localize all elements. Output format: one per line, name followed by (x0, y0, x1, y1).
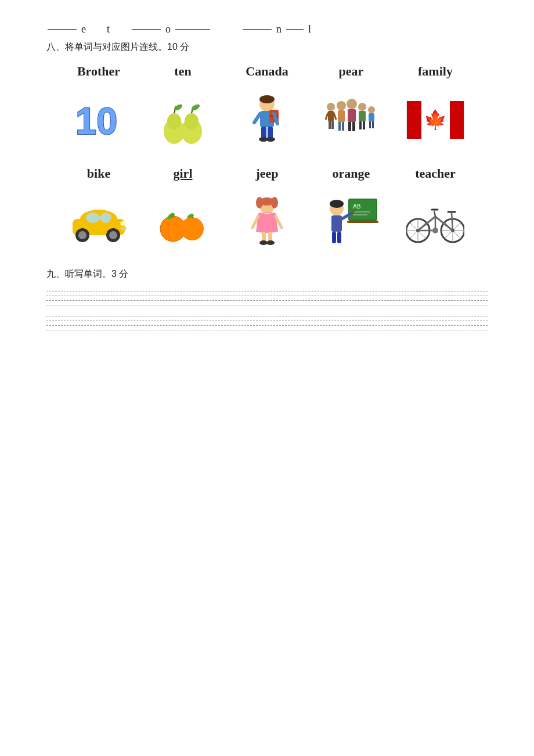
word-orange: orange (311, 166, 392, 181)
word-bike: bike (58, 166, 139, 181)
image-family (311, 91, 392, 149)
bottom-word-row: bike girl jeep orange teacher (46, 166, 488, 181)
letter-l: l (308, 23, 311, 35)
svg-rect-26 (331, 121, 334, 129)
orange-svg (158, 199, 208, 245)
letter-t: t (107, 23, 110, 35)
dashed-line-8 (46, 330, 488, 330)
svg-rect-84 (337, 232, 341, 243)
svg-rect-34 (352, 122, 355, 131)
svg-point-46 (100, 213, 111, 223)
svg-rect-41 (369, 121, 371, 128)
svg-line-24 (334, 113, 336, 120)
image-orange (142, 193, 223, 251)
word-girl: girl (142, 166, 223, 181)
svg-line-19 (254, 114, 260, 123)
svg-point-27 (337, 101, 346, 110)
word-family: family (395, 64, 476, 79)
svg-point-59 (181, 217, 204, 240)
svg-line-103 (452, 213, 453, 231)
svg-rect-38 (363, 121, 365, 129)
image-girl (226, 193, 308, 251)
svg-point-48 (78, 231, 86, 239)
dashed-line-3 (46, 300, 488, 301)
family-svg (325, 95, 377, 145)
image-teacher: AB (311, 193, 392, 251)
svg-rect-25 (329, 121, 331, 129)
svg-point-105 (432, 228, 438, 233)
svg-point-31 (347, 99, 357, 109)
image-ten: 10 10 (58, 91, 139, 149)
svg-rect-80 (331, 215, 342, 232)
svg-point-50 (109, 231, 117, 239)
svg-point-45 (86, 213, 100, 223)
svg-point-70 (259, 240, 268, 245)
word-pear: pear (311, 64, 392, 79)
dashed-line-5 (46, 316, 488, 316)
svg-rect-83 (332, 232, 336, 243)
word-brother: Brother (58, 64, 139, 79)
ten-svg: 10 10 (73, 96, 125, 143)
svg-point-18 (266, 137, 275, 142)
svg-rect-37 (359, 121, 362, 129)
svg-point-39 (368, 106, 375, 113)
blank2 (132, 29, 161, 30)
svg-line-101 (434, 211, 435, 217)
image-car (58, 193, 139, 251)
svg-rect-40 (369, 113, 374, 121)
word-canada: Canada (226, 64, 308, 79)
writing-group-1 (46, 291, 488, 305)
word-jeep: jeep (226, 166, 308, 181)
svg-point-35 (358, 103, 366, 111)
svg-rect-52 (121, 227, 127, 230)
image-pear (142, 91, 223, 149)
svg-point-79 (330, 200, 344, 208)
svg-rect-42 (372, 121, 374, 128)
section9-instruction: 九、听写单词。3 分 (46, 268, 488, 280)
svg-rect-29 (338, 122, 341, 131)
svg-point-3 (167, 113, 181, 129)
dashed-line-1 (46, 291, 488, 291)
blank1 (48, 29, 77, 30)
dashed-line-4 (46, 305, 488, 305)
flag-right (450, 101, 464, 139)
svg-rect-22 (328, 111, 334, 121)
brother-svg (244, 93, 290, 146)
letter-o: o (165, 23, 171, 35)
blank5 (286, 29, 304, 30)
top-section: e t o n l (46, 23, 488, 35)
svg-line-23 (326, 113, 328, 120)
top-word-row: Brother ten Canada pear family (46, 64, 488, 79)
section9: 九、听写单词。3 分 (46, 268, 488, 330)
image-canada: 🍁 (395, 91, 476, 149)
letter-e: e (81, 23, 86, 35)
letter-n: n (276, 23, 282, 35)
svg-rect-32 (348, 109, 356, 122)
word-ten: ten (142, 64, 223, 79)
bottom-image-row: AB (46, 193, 488, 251)
svg-rect-77 (347, 221, 378, 223)
svg-point-71 (266, 240, 275, 245)
pear-svg (160, 93, 206, 146)
image-bike (395, 193, 476, 251)
svg-point-21 (327, 103, 335, 111)
svg-point-6 (185, 113, 199, 129)
svg-rect-28 (338, 110, 345, 122)
dashed-line-6 (46, 321, 488, 321)
girl-svg (247, 196, 287, 248)
svg-point-51 (120, 221, 126, 226)
svg-text:10: 10 (75, 100, 117, 142)
svg-rect-36 (359, 111, 366, 121)
writing-lines (46, 291, 488, 330)
maple-leaf-icon: 🍁 (424, 109, 447, 131)
image-brother (226, 91, 308, 149)
word-teacher: teacher (395, 166, 476, 181)
teacher-svg: AB (324, 196, 379, 248)
writing-group-2 (46, 316, 488, 330)
flag-left (407, 101, 421, 139)
svg-point-11 (259, 95, 275, 103)
bike-svg (406, 200, 464, 244)
dashed-line-2 (46, 296, 488, 296)
section8-instruction: 八、将单词与对应图片连线。10 分 (46, 41, 488, 53)
svg-text:AB: AB (353, 203, 361, 210)
